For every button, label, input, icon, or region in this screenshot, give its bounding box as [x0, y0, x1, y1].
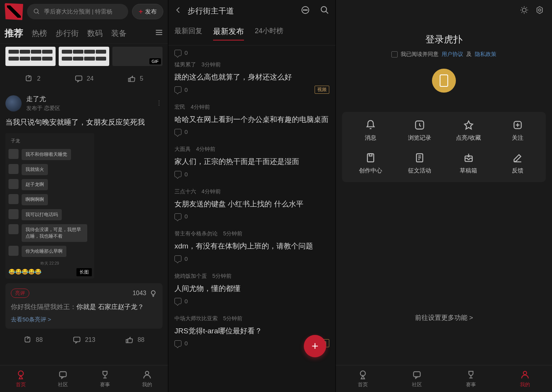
- community-icon: [412, 370, 422, 380]
- comment-icon: [174, 171, 181, 177]
- svg-rect-13: [59, 372, 66, 377]
- thumbnail-3[interactable]: GIF: [112, 47, 163, 66]
- publish-button[interactable]: + 发布: [132, 4, 163, 19]
- bookmark-icon: [365, 152, 376, 163]
- username[interactable]: 走了尤: [26, 95, 60, 103]
- comment-button[interactable]: 24: [75, 74, 94, 83]
- comment-icon: [174, 86, 181, 93]
- category-tabs: 推荐 热榜 步行街 数码 装备: [0, 23, 168, 44]
- svg-point-20: [306, 10, 307, 10]
- svg-line-28: [522, 7, 522, 8]
- nav-match[interactable]: 赛事: [84, 365, 126, 392]
- tab-24h[interactable]: 24小时榜: [255, 26, 283, 41]
- list-item[interactable]: 烧鸡饭加个蛋5分钟前 人间尤物，懂的都懂 0: [174, 267, 329, 310]
- thumbnail-1[interactable]: [5, 47, 56, 66]
- see-more-comments[interactable]: 去看50条亮评 >: [11, 316, 157, 323]
- right-panel: 登录虎扑 我已阅读并同意用户协议及隐私政策 消息 浏览记录 点亮/收藏 关注 创…: [336, 0, 552, 392]
- like-button[interactable]: 5: [127, 74, 143, 83]
- grid-feedback[interactable]: 反馈: [493, 152, 542, 174]
- clock-icon: [414, 120, 425, 130]
- like-icon: [127, 74, 136, 83]
- comment-icon: [174, 255, 181, 262]
- tab-latest-post[interactable]: 最新发布: [213, 26, 244, 41]
- tab-recommend[interactable]: 推荐: [5, 27, 23, 39]
- tab-street[interactable]: 步行街: [56, 28, 79, 39]
- nav-match[interactable]: 赛事: [444, 365, 498, 392]
- like-button[interactable]: 88: [125, 336, 144, 344]
- share-button[interactable]: 88: [24, 336, 43, 344]
- post-image[interactable]: 子龙 我不和你聊着天睡觉 我就恼火 赵子龙啊 啊啊啊啊 我可以打电话吗 我待会没…: [5, 133, 94, 279]
- light-count[interactable]: 1043: [132, 289, 157, 297]
- thumbnail-2[interactable]: [59, 47, 109, 66]
- tab-latest-reply[interactable]: 最新回复: [174, 26, 202, 41]
- nav-community[interactable]: 社区: [390, 365, 444, 392]
- menu-icon[interactable]: [155, 28, 163, 38]
- svg-point-53: [523, 371, 527, 375]
- grid-drafts[interactable]: 草稿箱: [444, 152, 493, 174]
- item-footer: 0: [174, 255, 329, 262]
- nav-home[interactable]: 首页: [336, 365, 390, 392]
- item-footer: 0: [174, 171, 329, 177]
- phone-login-button[interactable]: [432, 69, 456, 93]
- hot-comment-box[interactable]: 亮评 1043 你好我住隔壁我姓王：你就是 石家庄赵子龙？ 去看50条亮评 >: [5, 283, 163, 329]
- grid-history[interactable]: 浏览记录: [395, 120, 444, 142]
- grid-follow[interactable]: 关注: [493, 120, 542, 142]
- chat-icon[interactable]: [301, 5, 310, 16]
- post-title[interactable]: 当我只说句晚安就睡了，女朋友反应笑死我: [5, 117, 163, 128]
- nav-mine[interactable]: 我的: [498, 365, 552, 392]
- more-settings-link[interactable]: 前往设置更多功能 >: [336, 313, 552, 322]
- right-header: [336, 0, 552, 22]
- nav-community[interactable]: 社区: [42, 365, 84, 392]
- star-icon: [463, 120, 474, 130]
- theme-icon[interactable]: [520, 5, 529, 16]
- grid-creator[interactable]: 创作中心: [346, 152, 395, 174]
- plus-icon: +: [139, 8, 143, 16]
- privacy-link[interactable]: 隐私政策: [475, 51, 496, 58]
- svg-line-30: [522, 12, 522, 13]
- item-title: 家人们，正宗的热干面是干面还是湿面: [174, 157, 329, 167]
- app-logo[interactable]: [5, 3, 23, 20]
- nav-mine[interactable]: 我的: [126, 365, 168, 392]
- svg-point-21: [321, 7, 327, 12]
- agreement-checkbox[interactable]: [391, 51, 398, 57]
- post-list: 0 猛男累了3分钟前 跳的这么高也就算了，身材还这么好 0 视频 宏民4分钟前 …: [168, 46, 335, 383]
- list-item[interactable]: 替主有令格杀勿论5分钟前 xdm，有没有在体制内上班的，请教个问题 0: [174, 225, 329, 267]
- list-item[interactable]: 三点十六4分钟前 女朋友送的键盘 小红书上找的 什么水平 0: [174, 183, 329, 225]
- share-icon: [24, 336, 32, 344]
- item-title: 跳的这么高也就算了，身材还这么好: [174, 72, 329, 83]
- item-meta: 三点十六4分钟前: [174, 188, 329, 195]
- grid-essay[interactable]: 征文活动: [395, 152, 444, 174]
- list-item[interactable]: 宏民4分钟前 哈哈又在网上看到一个办公桌和有趣的电脑桌面 0: [174, 98, 329, 141]
- svg-rect-6: [75, 76, 82, 81]
- comment-button[interactable]: 213: [73, 336, 95, 344]
- left-header: 季后赛大比分预测 | 特雷杨 + 发布: [0, 0, 168, 23]
- settings-icon[interactable]: [535, 5, 544, 16]
- more-icon[interactable]: ⋯: [156, 100, 163, 107]
- fab-new-post[interactable]: +: [304, 335, 326, 357]
- feed-post: 走了尤 发布于 恋爱区 ⋯ 当我只说句晚安就睡了，女朋友反应笑死我 子龙 我不和…: [0, 88, 168, 350]
- tab-hot[interactable]: 热榜: [32, 28, 47, 39]
- publish-label: 发布: [145, 8, 157, 15]
- engagement-row-2: 88 213 88: [5, 329, 163, 344]
- tab-gear[interactable]: 装备: [111, 28, 127, 39]
- thumbnail-row: GIF: [0, 44, 168, 69]
- item-meta: 大面具4分钟前: [174, 146, 329, 153]
- share-button[interactable]: 2: [25, 74, 41, 83]
- back-icon[interactable]: [174, 6, 182, 15]
- list-item[interactable]: 大面具4分钟前 家人们，正宗的热干面是干面还是湿面 0: [174, 140, 329, 183]
- bell-icon: [365, 120, 376, 130]
- item-meta: 中场大师坎比亚索5分钟前: [174, 315, 329, 322]
- search-input[interactable]: 季后赛大比分预测 | 特雷杨: [27, 4, 128, 19]
- avatar[interactable]: [5, 95, 22, 112]
- grid-favorites[interactable]: 点亮/收藏: [444, 120, 493, 142]
- search-icon[interactable]: [320, 5, 329, 16]
- left-panel: 季后赛大比分预测 | 特雷杨 + 发布 推荐 热榜 步行街 数码 装备 GIF …: [0, 0, 168, 392]
- list-item[interactable]: 猛男累了3分钟前 跳的这么高也就算了，身材还这么好 0 视频: [174, 56, 329, 98]
- item-title: 女朋友送的键盘 小红书上找的 什么水平: [174, 199, 329, 210]
- post-header: 走了尤 发布于 恋爱区 ⋯: [5, 95, 163, 112]
- agreement-row: 我已阅读并同意用户协议及隐私政策: [336, 51, 552, 58]
- nav-home[interactable]: 首页: [0, 365, 42, 392]
- tab-digital[interactable]: 数码: [87, 28, 103, 39]
- grid-messages[interactable]: 消息: [346, 120, 395, 142]
- user-agreement-link[interactable]: 用户协议: [442, 51, 463, 58]
